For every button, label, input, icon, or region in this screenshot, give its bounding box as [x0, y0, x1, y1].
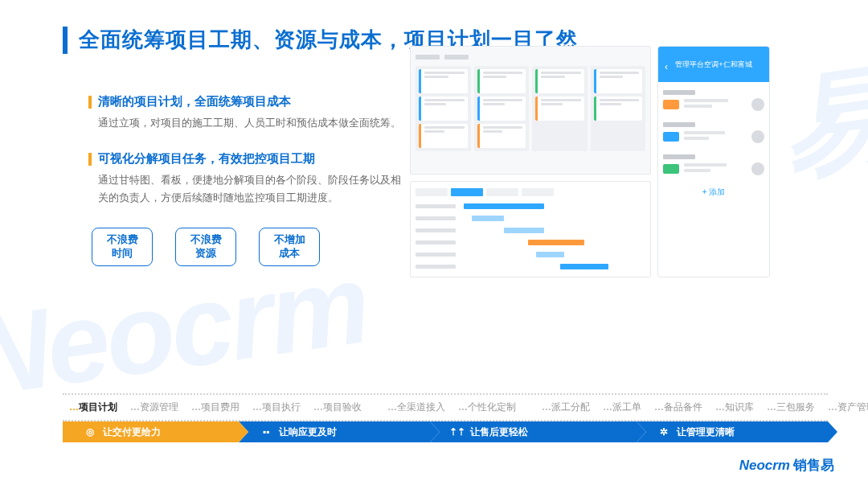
- nav-item: 资源管理: [124, 401, 185, 414]
- add-button: + 添加: [663, 187, 764, 198]
- nav-item: 知识库: [709, 401, 760, 414]
- process-arrows: ◎让交付更给力 ▪▪让响应更及时 ⇡⇡让售后更轻松 ✲让管理更清晰: [63, 421, 828, 442]
- nav-item: 三包服务: [760, 401, 821, 414]
- mobile-title: 管理平台空调+仁和富城: [675, 60, 751, 70]
- nav-item: 项目计划: [63, 401, 124, 414]
- nav-item: 全渠道接入: [381, 401, 452, 414]
- arrow-step: ◎让交付更给力: [63, 421, 239, 442]
- section-label: [663, 122, 695, 127]
- nav-item: 项目验收: [307, 401, 368, 414]
- section-label: [663, 154, 695, 159]
- bullet-mark-icon: [88, 96, 92, 109]
- avatar: [751, 162, 764, 175]
- arrow-step: ✲让管理更清晰: [637, 421, 828, 442]
- text-column: 清晰的项目计划，全面统筹项目成本 通过立项，对项目的施工工期、人员工时和预估成本…: [88, 94, 410, 266]
- bullet-item: 可视化分解项目任务，有效把控项目工期 通过甘特图、看板，便捷地分解项目的各个阶段…: [88, 151, 410, 207]
- back-icon: ‹: [665, 61, 668, 72]
- kanban-mockup: [410, 46, 651, 175]
- bullet-body: 通过立项，对项目的施工工期、人员工时和预估成本做全面统筹。: [88, 114, 410, 132]
- chart-icon: ⇡⇡: [451, 425, 464, 438]
- list-item: [663, 130, 764, 143]
- accent-bar: [63, 27, 68, 54]
- brand-en: Neocrm: [739, 458, 790, 474]
- nav-item: 资产管理: [821, 401, 868, 414]
- nav-item: 项目费用: [185, 401, 246, 414]
- avatar: [751, 98, 764, 111]
- pill-row: 不浪费 时间 不浪费 资源 不增加 成本: [88, 228, 410, 266]
- pill: 不浪费 资源: [175, 228, 236, 266]
- brand-logo: Neocrm 销售易: [739, 456, 834, 475]
- target-icon: ◎: [84, 425, 96, 438]
- mobile-mockup: ‹ 管理平台空调+仁和富城 + 添加: [657, 46, 770, 277]
- avatar: [751, 130, 764, 143]
- bullet-body: 通过甘特图、看板，便捷地分解项目的各个阶段、阶段任务以及相关的负责人，方便后续随…: [88, 171, 410, 207]
- bullet-item: 清晰的项目计划，全面统筹项目成本 通过立项，对项目的施工工期、人员工时和预估成本…: [88, 94, 410, 132]
- nav-item: 备品备件: [648, 401, 709, 414]
- mockup-group: ‹ 管理平台空调+仁和富城 + 添加: [410, 46, 770, 277]
- nav-item: 项目执行: [246, 401, 307, 414]
- bullet-title: 清晰的项目计划，全面统筹项目成本: [98, 94, 291, 109]
- content-area: 清晰的项目计划，全面统筹项目成本 通过立项，对项目的施工工期、人员工时和预估成本…: [0, 54, 868, 266]
- list-item: [663, 162, 764, 175]
- gear-icon: ✲: [657, 425, 670, 438]
- nav-item: 派工单: [596, 401, 648, 414]
- grid-icon: ▪▪: [260, 425, 272, 438]
- nav-item: 派工分配: [535, 401, 596, 414]
- bullet-title: 可视化分解项目任务，有效把控项目工期: [98, 151, 315, 166]
- section-label: [663, 90, 695, 95]
- pill: 不增加 成本: [259, 228, 320, 266]
- arrow-step: ▪▪让响应更及时: [239, 421, 430, 442]
- mobile-header: ‹ 管理平台空调+仁和富城: [658, 47, 769, 82]
- pill: 不浪费 时间: [92, 228, 153, 266]
- list-item: [663, 98, 764, 111]
- bottom-nav: 项目计划资源管理项目费用项目执行项目验收全渠道接入个性化定制派工分配派工单备品备…: [63, 393, 828, 442]
- nav-item: 个性化定制: [452, 401, 522, 414]
- bullet-mark-icon: [88, 153, 92, 166]
- brand-cn: 销售易: [793, 456, 834, 475]
- gantt-mockup: [410, 181, 651, 277]
- arrow-step: ⇡⇡让售后更轻松: [430, 421, 637, 442]
